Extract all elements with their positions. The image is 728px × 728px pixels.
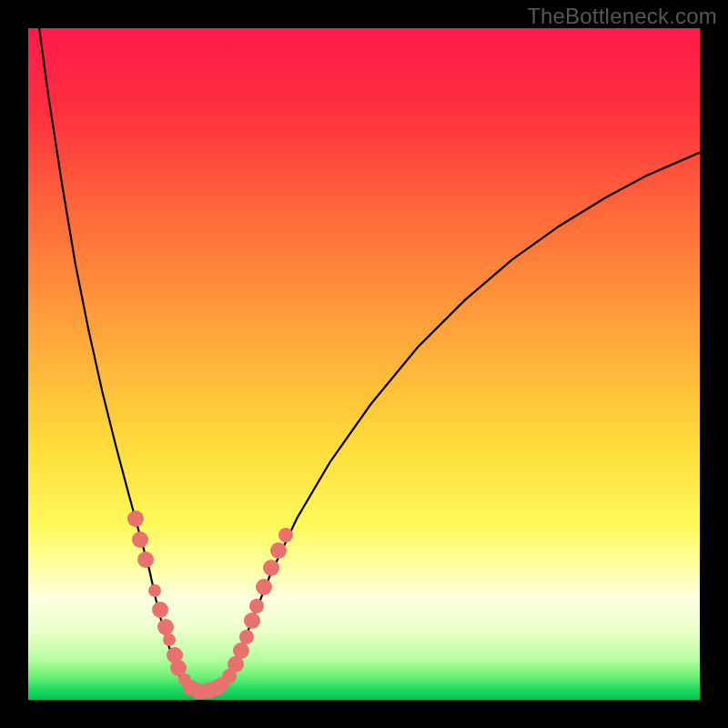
data-dot bbox=[270, 542, 287, 559]
data-dot bbox=[263, 560, 279, 576]
curve-right-branch bbox=[227, 153, 700, 685]
curve-layer bbox=[28, 28, 700, 700]
data-dot bbox=[127, 511, 144, 527]
data-dot bbox=[249, 599, 264, 613]
data-dot bbox=[256, 579, 272, 595]
data-dot bbox=[148, 584, 161, 597]
watermark-text: TheBottleneck.com bbox=[527, 4, 717, 29]
data-dot bbox=[132, 531, 148, 548]
chart-frame: TheBottleneck.com bbox=[0, 0, 728, 728]
data-dot bbox=[163, 633, 176, 646]
curve-left-branch bbox=[38, 28, 186, 688]
data-dot bbox=[244, 612, 260, 629]
data-dot bbox=[239, 630, 254, 644]
data-dot bbox=[278, 528, 293, 542]
data-dot bbox=[152, 602, 168, 618]
data-dot bbox=[233, 642, 249, 659]
data-dot bbox=[137, 551, 154, 568]
plot-area bbox=[28, 28, 700, 700]
